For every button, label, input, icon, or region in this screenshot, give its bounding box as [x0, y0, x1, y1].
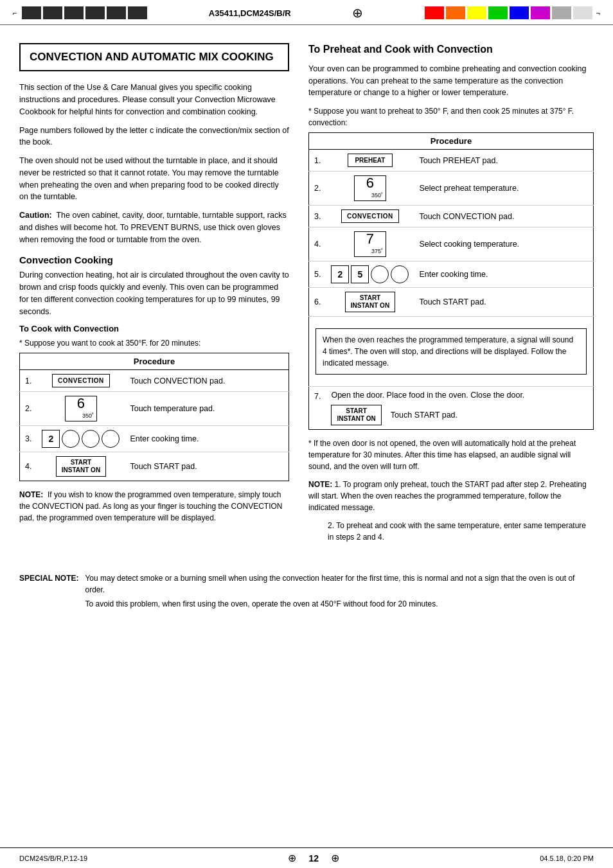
r-step-7-desc: Touch START pad. [391, 411, 458, 420]
right-asterisk: * Suppose you want to preheat to 350° F,… [308, 105, 594, 128]
key-circle-1 [62, 430, 80, 448]
r-num-row-5: 2 5 [331, 265, 409, 283]
table-row: 3. CONVECTION Touch CONVECTION pad. [309, 206, 594, 227]
r-step-num-4: 4. [309, 227, 326, 261]
r-step-7-text: Open the door. Place food in the oven. C… [331, 391, 588, 400]
color-bars [425, 6, 592, 19]
r-step-desc-6: Touch START pad. [414, 288, 593, 317]
r-step-num-7: 7. [309, 387, 326, 430]
intro-p3: The oven should not be used without the … [19, 155, 289, 203]
note-item-1: 1. To program only preheat, touch the ST… [308, 480, 587, 512]
table-row: 4. 7375˚ Select cooking temperature. [309, 227, 594, 261]
r-start-key-1: STARTINSTANT ON [345, 292, 395, 312]
num-row-3: 2 [42, 430, 120, 448]
right-column: To Preheat and Cook with Convection Your… [308, 43, 594, 549]
section-title: CONVECTION AND AUTOMATIC MIX COOKING [30, 51, 279, 64]
footer-right: 04.5.18, 0:20 PM [540, 855, 594, 862]
r-step-desc-2: Select preheat temperature. [414, 172, 593, 206]
header-title: A35411,DCM24S/B/R [209, 8, 291, 18]
table-row: 6. STARTINSTANT ON Touch START pad. [309, 288, 594, 317]
caution-label: Caution: [19, 211, 52, 220]
r-key-5: 5 [351, 265, 369, 283]
left-procedure-table: Procedure 1. CONVECTION Touch CONVECTION… [19, 353, 289, 481]
key-circle-2 [82, 430, 100, 448]
r-step-icon-1: PREHEAT [326, 150, 414, 172]
table-row: 2. 6350˚ Select preheat temperature. [309, 172, 594, 206]
table-row: 2. 6350˚ Touch temperature pad. [20, 392, 289, 426]
caution-text: The oven cabinet, cavity, door, turntabl… [19, 211, 287, 244]
section-title-box: CONVECTION AND AUTOMATIC MIX COOKING [19, 43, 289, 71]
key-circle-3 [102, 430, 120, 448]
r-step-icon-3: CONVECTION [326, 206, 414, 227]
footer-left: DCM24S/B/R,P.12-19 [19, 855, 87, 862]
right-heading: To Preheat and Cook with Convection [308, 43, 594, 57]
step-num-3: 3. [20, 426, 37, 452]
note-label-left: NOTE: [19, 490, 43, 499]
intro-p2: Page numbers followed by the letter c in… [19, 125, 289, 149]
cook-asterisk: * Suppose you want to cook at 350°F. for… [19, 337, 289, 349]
table-row: 5. 2 5 Enter cooking time. [309, 261, 594, 288]
step-num-2: 2. [20, 392, 37, 426]
page-footer: DCM24S/B/R,P.12-19 ⊕ 12 ⊕ 04.5.18, 0:20 … [0, 847, 613, 868]
table-row: 7. Open the door. Place food in the oven… [309, 387, 594, 430]
table-row: 1. CONVECTION Touch CONVECTION pad. [20, 370, 289, 392]
r-step-icon-2: 6350˚ [326, 172, 414, 206]
r-step-num-1: 1. [309, 150, 326, 172]
table-row: 3. 2 Enter cooking time. [20, 426, 289, 452]
info-box: When the oven reaches the programmed tem… [315, 328, 587, 375]
corner-mark-tl: ⌐ [13, 9, 17, 17]
step-icon-1: CONVECTION [37, 370, 125, 392]
procedure-header: Procedure [20, 353, 289, 370]
r-step-icon-6: STARTINSTANT ON [326, 288, 414, 317]
r-step-num-2: 2. [309, 172, 326, 206]
right-asterisk2: * If the oven door is not opened, the ov… [308, 438, 594, 472]
num-display-6-350: 6350˚ [65, 396, 97, 421]
note-text-left: If you wish to know the programmed oven … [19, 490, 283, 522]
r-convection-key: CONVECTION [341, 209, 399, 223]
r-key-2: 2 [331, 265, 349, 283]
note-label-right: NOTE: [308, 480, 332, 489]
right-note: NOTE: 1. To program only preheat, touch … [308, 479, 594, 513]
r-num-display-7-375: 7375˚ [354, 231, 386, 257]
r-step-num-5: 5. [309, 261, 326, 288]
table-row: 1. PREHEAT Touch PREHEAT pad. [309, 150, 594, 172]
r-key-circle-2 [391, 265, 409, 283]
crosshair-bottom-2: ⊕ [331, 853, 339, 864]
crosshair-center: ⊕ [352, 5, 363, 21]
step-icon-3: 2 [37, 426, 125, 452]
footer-center: ⊕ 12 ⊕ [288, 852, 339, 864]
r-step-num-3: 3. [309, 206, 326, 227]
corner-mark-tr: ¬ [596, 9, 600, 17]
crosshair-bottom: ⊕ [288, 853, 296, 864]
black-bars [22, 6, 147, 19]
convection-desc: During convection heating, hot air is ci… [19, 269, 289, 317]
start-key-left: STARTINSTANT ON [56, 456, 106, 477]
r-step-desc-3: Touch CONVECTION pad. [414, 206, 593, 227]
left-column: CONVECTION AND AUTOMATIC MIX COOKING Thi… [19, 43, 289, 549]
r-step-desc-4: Select cooking temperature. [414, 227, 593, 261]
table-row: 4. STARTINSTANT ON Touch START pad. [20, 452, 289, 481]
step-num-4: 4. [20, 452, 37, 481]
cook-subtitle: To Cook with Convection [19, 324, 289, 333]
r-step-icon-4: 7375˚ [326, 227, 414, 261]
caution-para: Caution: The oven cabinet, cavity, door,… [19, 209, 289, 245]
right-procedure-header: Procedure [309, 133, 594, 150]
step-desc-3: Enter cooking time. [125, 426, 289, 452]
right-note-2: 2. To preheat and cook with the same tem… [328, 520, 594, 543]
preheat-key: PREHEAT [348, 154, 393, 167]
page-number: 12 [308, 853, 319, 864]
step-desc-2: Touch temperature pad. [125, 392, 289, 426]
right-intro: Your oven can be programmed to combine p… [308, 63, 594, 99]
table-row-info: When the oven reaches the programmed tem… [309, 317, 594, 387]
r-step-icon-5: 2 5 [326, 261, 414, 288]
step-icon-2: 6350˚ [37, 392, 125, 426]
convection-title: Convection Cooking [19, 254, 289, 265]
r-step-desc-5: Enter cooking time. [414, 261, 593, 288]
r-start-key-2: STARTINSTANT ON [331, 405, 381, 425]
right-procedure-table: Procedure 1. PREHEAT Touch PREHEAT pad. … [308, 132, 594, 430]
left-note: NOTE: If you wish to know the programmed… [19, 489, 289, 524]
step-desc-4: Touch START pad. [125, 452, 289, 481]
special-note-label: SPECIAL NOTE: [19, 572, 78, 610]
intro-p1: This section of the Use & Care Manual gi… [19, 82, 289, 118]
convection-key: CONVECTION [52, 374, 110, 387]
